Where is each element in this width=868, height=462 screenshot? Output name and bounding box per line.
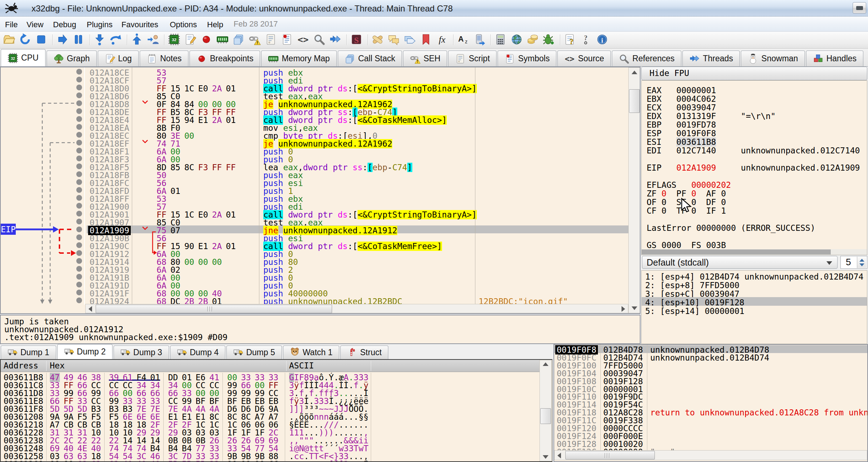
breakpoint-dot[interactable] xyxy=(76,69,82,75)
tab-dump-1[interactable]: Dump 1 xyxy=(1,346,56,359)
dump-row[interactable]: 003611E866FF33CC99333333CC99BFBFBFEBEBEB… xyxy=(1,396,539,404)
toolbar-threads-button[interactable] xyxy=(329,33,342,47)
tab-memory-map[interactable]: Memory Map xyxy=(261,51,336,66)
breakpoint-dot[interactable] xyxy=(76,92,82,98)
breakpoint-dot[interactable] xyxy=(76,124,82,130)
tab-struct[interactable]: Struct xyxy=(340,346,388,359)
toolbar-snowman-button[interactable]: S xyxy=(350,33,363,47)
stack-row[interactable]: 0019F10C00000001 xyxy=(554,385,868,392)
breakpoint-dot[interactable] xyxy=(76,297,82,303)
toolbar-memory-map-button[interactable] xyxy=(216,33,229,47)
stack-row[interactable]: 0019F0FC012B4D74unknownunpacked.012B4D74 xyxy=(554,353,868,361)
register-value[interactable]: 00000001 xyxy=(676,86,716,95)
tab-notes[interactable]: Notes xyxy=(140,51,188,66)
register-value[interactable]: 0019F0F8 xyxy=(676,129,716,138)
dump-row[interactable]: 003611F85D5D5DB3B3B37E7E7E4A4A4AD6D6D69A… xyxy=(1,404,539,412)
tab-source[interactable]: <>Source xyxy=(557,51,611,66)
stack-row[interactable]: 0019F1007FFD5000 xyxy=(554,361,868,369)
toolbar-about-button[interactable]: i xyxy=(595,33,609,47)
tab-references[interactable]: References xyxy=(612,51,681,66)
toolbar-step-over-button[interactable] xyxy=(109,33,123,47)
breakpoint-dot[interactable] xyxy=(76,156,82,161)
arg-count-spinner[interactable]: 5 xyxy=(840,256,867,269)
tab-cpu[interactable]: 32CPU xyxy=(1,49,45,66)
toolbar-step-out-button[interactable] xyxy=(130,33,144,47)
hide-fpu-button[interactable]: Hide FPU xyxy=(641,67,867,80)
dump-row[interactable]: 003612089A9AF5F5F56E6E6EE1E1E18C8C8CA7A7… xyxy=(1,412,539,420)
dump-row[interactable]: 003612382C2C2222221414140B0B0B2626266969… xyxy=(1,436,539,444)
toolbar-open-folder-button[interactable] xyxy=(2,33,16,47)
menu-plugins[interactable]: Plugins xyxy=(85,19,115,30)
disasm-hscrollbar[interactable] xyxy=(85,304,628,313)
toolbar-call-stack-button[interactable] xyxy=(232,33,245,47)
tab-script[interactable]: Script xyxy=(448,51,497,66)
toolbar-restart-button[interactable] xyxy=(18,33,32,47)
toolbar-help-manual-button[interactable]: ? xyxy=(563,33,577,47)
breakpoint-dot[interactable] xyxy=(76,187,82,193)
scroll-down-arrow[interactable] xyxy=(632,306,637,310)
breakpoint-dot[interactable] xyxy=(76,274,82,280)
register-value[interactable]: 012C7140 xyxy=(676,146,716,155)
toolbar-step-into-button[interactable] xyxy=(93,33,106,47)
dump-view[interactable]: AddressHexASCII003611B8474946383961F401D… xyxy=(0,359,552,462)
tab-breakpoints[interactable]: Breakpoints xyxy=(190,51,260,66)
stack-row[interactable]: 0019F0F8012B4D78unknownunpacked.012B4D78 xyxy=(554,345,868,353)
breakpoint-dot[interactable] xyxy=(76,250,82,256)
breakpoint-dot[interactable] xyxy=(76,108,82,114)
call-arg-row[interactable]: 4: [esp+10] 0019F128 xyxy=(642,297,867,306)
call-arg-row[interactable]: 5: [esp+14] 00000001 xyxy=(642,306,867,314)
register-value[interactable]: 0019FD78 xyxy=(676,120,716,129)
toolbar-labels-button[interactable] xyxy=(403,33,417,47)
registers-hscrollbar[interactable] xyxy=(642,249,867,255)
breakpoint-dot[interactable] xyxy=(76,163,82,169)
dump-header-hex[interactable]: Hex xyxy=(50,361,65,370)
tab-seh[interactable]: !SEH xyxy=(403,51,447,66)
breakpoint-dot[interactable] xyxy=(76,266,82,272)
dump-row[interactable]: 0036126888886363634040405B5B5B33999999CC… xyxy=(1,459,539,461)
tab-handles[interactable]: Handles xyxy=(806,51,863,66)
tab-watch-1[interactable]: Watch 1 xyxy=(283,346,340,359)
toolbar-symbols-button[interactable] xyxy=(280,33,294,47)
breakpoint-dot[interactable] xyxy=(76,100,82,106)
breakpoint-dot[interactable] xyxy=(76,290,82,295)
window-control-button[interactable] xyxy=(853,2,866,14)
tab-graph[interactable]: Graph xyxy=(47,51,97,66)
breakpoint-dot[interactable] xyxy=(76,227,82,232)
toolbar-report-bug-button[interactable] xyxy=(542,33,556,47)
register-value[interactable]: 0004C062 xyxy=(676,94,716,104)
scroll-up-arrow[interactable] xyxy=(632,71,637,74)
tab-snowman[interactable]: Snowman xyxy=(741,51,805,66)
dump-header-address[interactable]: Address xyxy=(4,361,38,370)
register-value[interactable]: 00039047 xyxy=(676,103,716,112)
registers-view[interactable]: EAX 00000001EBX 0004C062ECX 00039047EDX … xyxy=(641,80,867,255)
toolbar-globe-button[interactable] xyxy=(510,33,523,47)
callconv-dropdown[interactable]: Default (stdcall) xyxy=(642,256,838,269)
call-arg-row[interactable]: 1: [esp+4] 012B4D74 unknownunpacked.012B… xyxy=(642,271,867,280)
spinner-down-icon[interactable] xyxy=(859,263,864,266)
toolbar-references-button[interactable] xyxy=(312,33,326,47)
scroll-right-arrow[interactable] xyxy=(622,306,625,312)
menu-favourites[interactable]: Favourites xyxy=(119,19,160,30)
stack-row[interactable]: 0019F1080019F128 xyxy=(554,377,868,385)
breakpoint-dot[interactable] xyxy=(76,211,82,216)
tab-threads[interactable]: Threads xyxy=(682,51,740,66)
breakpoint-dot[interactable] xyxy=(76,148,82,153)
stack-row[interactable]: 0019F118012A8C28return to unknownunpacke… xyxy=(554,408,868,416)
tab-dump-3[interactable]: Dump 3 xyxy=(114,346,169,359)
menu-file[interactable]: File xyxy=(3,19,20,30)
tab-dump-2[interactable]: Dump 2 xyxy=(57,344,113,359)
breakpoint-dot[interactable] xyxy=(76,85,82,90)
tab-log[interactable]: Log xyxy=(98,51,139,66)
toolbar-breakpoint-button[interactable] xyxy=(200,33,213,47)
spinner-buttons[interactable] xyxy=(857,257,866,268)
stack-hscrollbar[interactable] xyxy=(554,450,867,460)
dump-row[interactable]: 003612580363631854543C463C7D33339B9B9B88… xyxy=(1,452,539,459)
scroll-thumb[interactable] xyxy=(96,305,332,313)
spinner-up-icon[interactable] xyxy=(859,259,864,262)
dump-row[interactable]: 0036124869404E40747474B4B4B4773333547754… xyxy=(1,444,539,452)
scroll-down-arrow[interactable] xyxy=(543,455,548,459)
scroll-thumb[interactable] xyxy=(642,249,831,254)
scroll-left-arrow[interactable] xyxy=(557,453,561,458)
tab-symbols[interactable]: Symbols xyxy=(498,51,556,66)
dump-row[interactable]: 00361218A7CBCBCB1818182F2F2F1C1C1C060606… xyxy=(1,420,539,428)
